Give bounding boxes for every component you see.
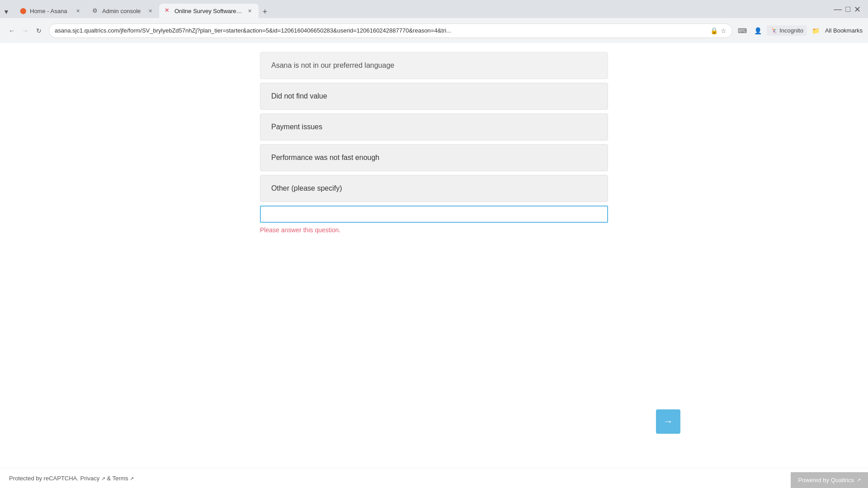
browser-right-icons: ⌨ 👤 🃏 Incognito 📁 All Bookmarks: [736, 24, 863, 37]
tab-qualtrics-favicon: ✕: [165, 7, 172, 14]
footer-left: Protected by reCAPTCHA. Privacy ↗ & Term…: [9, 475, 134, 482]
and-text: &: [107, 475, 111, 482]
external-link-icon: ↗: [101, 476, 105, 481]
address-text: asana.sjc1.qualtrics.com/jfe/form/SV_bry…: [55, 27, 710, 34]
tab-asana-close[interactable]: ✕: [74, 7, 81, 14]
validation-message: Please answer this question.: [260, 226, 608, 234]
tab-qualtrics-title: Online Survey Software | Qualtr: [175, 8, 243, 14]
bookmark-star-icon[interactable]: ☆: [721, 27, 726, 34]
tab-admin-title: Admin console: [102, 8, 144, 14]
option-performance-text: Performance was not fast enough: [271, 154, 379, 161]
incognito-label: Incognito: [779, 27, 803, 34]
tab-bar: ▼ ⬤ Home - Asana ✕ ⚙ Admin console ✕ ✕ O…: [0, 0, 868, 18]
next-button[interactable]: →: [656, 409, 680, 434]
other-text-input[interactable]: [260, 206, 608, 223]
powered-by-label: Powered by Qualtrics: [798, 477, 854, 483]
text-input-container: [260, 206, 608, 223]
incognito-icon: 🃏: [770, 27, 778, 34]
tab-admin[interactable]: ⚙ Admin console ✕: [87, 4, 159, 18]
option-language[interactable]: Asana is not in our preferred language: [260, 52, 608, 79]
survey-container: Asana is not in our preferred language D…: [260, 43, 608, 234]
tab-admin-close[interactable]: ✕: [146, 7, 154, 14]
privacy-label: Privacy: [80, 475, 100, 482]
tab-qualtrics[interactable]: ✕ Online Survey Software | Qualtr ✕: [159, 4, 259, 18]
option-value[interactable]: Did not find value: [260, 83, 608, 110]
new-tab-button[interactable]: +: [259, 5, 271, 18]
window-controls: ― □ ✕: [834, 5, 861, 14]
browser-chrome: ▼ ⬤ Home - Asana ✕ ⚙ Admin console ✕ ✕ O…: [0, 0, 868, 43]
option-other-text: Other (please specify): [271, 184, 342, 192]
browser-nav: ← → ↻ asana.sjc1.qualtrics.com/jfe/form/…: [0, 18, 868, 43]
tab-qualtrics-close[interactable]: ✕: [246, 7, 253, 14]
bookmarks-label: All Bookmarks: [825, 27, 863, 34]
address-icons: 🔒 ☆: [710, 27, 726, 34]
option-language-text: Asana is not in our preferred language: [271, 61, 394, 69]
external-icon: ↗: [857, 477, 861, 483]
extensions-button[interactable]: ⌨: [736, 24, 749, 37]
close-window-button[interactable]: ✕: [854, 5, 861, 14]
privacy-link[interactable]: Privacy ↗: [80, 475, 107, 482]
back-button[interactable]: ←: [5, 24, 18, 37]
minimize-button[interactable]: ―: [834, 5, 842, 14]
recaptcha-text: Protected by reCAPTCHA.: [9, 475, 79, 482]
next-arrow-icon: →: [663, 416, 673, 427]
forward-button[interactable]: →: [19, 24, 32, 37]
tab-dropdown-btn[interactable]: ▼: [0, 5, 13, 18]
tab-asana-title: Home - Asana: [30, 8, 71, 14]
option-performance[interactable]: Performance was not fast enough: [260, 144, 608, 171]
secure-icon: 🔒: [710, 27, 718, 34]
page-content: Asana is not in our preferred language D…: [0, 43, 868, 488]
footer: Protected by reCAPTCHA. Privacy ↗ & Term…: [0, 468, 868, 488]
address-bar[interactable]: asana.sjc1.qualtrics.com/jfe/form/SV_bry…: [49, 23, 732, 38]
reload-button[interactable]: ↻: [33, 24, 45, 37]
option-payment[interactable]: Payment issues: [260, 113, 608, 141]
powered-by-qualtrics[interactable]: Powered by Qualtrics ↗: [791, 472, 868, 488]
terms-label: Terms: [112, 475, 128, 482]
tab-asana[interactable]: ⬤ Home - Asana ✕: [14, 4, 87, 18]
option-other[interactable]: Other (please specify): [260, 175, 608, 202]
terms-external-link-icon: ↗: [130, 476, 134, 481]
option-payment-text: Payment issues: [271, 123, 322, 131]
terms-link[interactable]: Terms ↗: [112, 475, 134, 482]
incognito-badge: 🃏 Incognito: [767, 25, 807, 36]
maximize-button[interactable]: □: [845, 5, 850, 14]
option-value-text: Did not find value: [271, 92, 327, 100]
bookmarks-button[interactable]: 📁: [810, 24, 822, 37]
profile-button[interactable]: 👤: [751, 24, 764, 37]
tab-asana-favicon: ⬤: [20, 7, 27, 14]
tab-admin-favicon: ⚙: [92, 7, 99, 14]
